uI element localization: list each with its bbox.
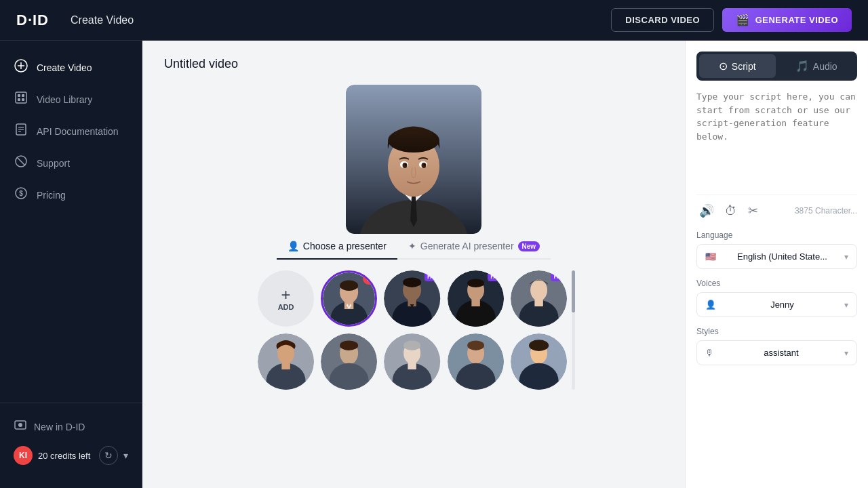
new-in-did-icon — [14, 418, 27, 435]
grid-scrollbar-thumb[interactable] — [572, 270, 575, 312]
sidebar-item-pricing[interactable]: $ Pricing — [0, 179, 142, 211]
svg-line-13 — [17, 157, 25, 165]
tab-generate-ai[interactable]: ✦ Generate AI presenter New — [397, 234, 551, 260]
presenter-card-5[interactable] — [258, 333, 314, 390]
add-presenter-card[interactable]: + ADD — [258, 270, 314, 327]
right-panel: ⊙ Script 🎵 Audio 🔊 ⏱ ✂ 3875 Character... — [685, 41, 868, 488]
svg-point-17 — [18, 423, 22, 427]
voices-select[interactable]: 👤 Jenny ▾ — [696, 292, 857, 317]
flag-icon: 🇺🇸 — [705, 251, 716, 262]
clock-tool-button[interactable]: ⏱ — [722, 201, 740, 221]
svg-point-33 — [340, 281, 358, 291]
volume-tool-button[interactable]: 🔊 — [696, 201, 717, 221]
presenter-grid-wrapper: + ADD ✕ HQ — [258, 270, 570, 390]
presenter-card-2[interactable]: HQ — [384, 270, 440, 327]
video-library-icon — [14, 91, 28, 108]
char-count: 3875 Character... — [795, 206, 857, 216]
add-label: ADD — [278, 303, 294, 311]
video-title[interactable]: Untitled video — [164, 57, 663, 71]
tab-audio[interactable]: 🎵 Audio — [778, 54, 855, 78]
sidebar-label-api-docs: API Documentation — [37, 126, 119, 137]
logo: D·ID — [16, 12, 49, 29]
generate-video-button[interactable]: 🎬 GENERATE VIDEO — [722, 8, 852, 32]
presenter-canvas-wrapper: 👤 Choose a presenter ✦ Generate AI prese… — [164, 85, 663, 390]
styles-label: Styles — [696, 327, 857, 336]
svg-point-71 — [529, 340, 549, 352]
sidebar-label-support: Support — [37, 158, 70, 169]
script-toolbar: 🔊 ⏱ ✂ 3875 Character... — [696, 195, 857, 221]
sidebar-nav: Create Video Video Library API Documenta… — [0, 52, 142, 403]
script-icon: ⊙ — [719, 60, 728, 73]
sidebar-item-create-video[interactable]: Create Video — [0, 52, 142, 83]
topbar-actions: DISCARD VIDEO 🎬 GENERATE VIDEO — [611, 8, 852, 32]
page-title: Create Video — [71, 14, 134, 26]
credits-row: KI 20 credits left ↻ ▾ — [14, 442, 128, 469]
generate-icon: 🎬 — [736, 14, 750, 26]
hq-badge-2: HQ — [425, 272, 439, 281]
tab-script[interactable]: ⊙ Script — [699, 54, 776, 78]
hq-badge-3: HQ — [488, 272, 502, 281]
logo-text: D·ID — [16, 12, 49, 29]
svg-rect-51 — [534, 300, 542, 306]
presenter-card-7[interactable] — [384, 333, 440, 390]
svg-point-62 — [404, 341, 421, 351]
presenter-card-9[interactable] — [511, 333, 567, 390]
svg-point-67 — [467, 341, 484, 351]
sidebar-bottom: New in D-ID KI 20 credits left ↻ ▾ — [0, 403, 142, 477]
svg-point-45 — [467, 279, 484, 287]
close-presenter-icon[interactable]: ✕ — [363, 272, 375, 285]
svg-rect-5 — [22, 94, 24, 97]
styles-icon: 🎙 — [705, 348, 714, 358]
script-audio-tabs: ⊙ Script 🎵 Audio — [696, 52, 857, 81]
styles-chevron-icon: ▾ — [844, 348, 848, 358]
add-icon: + — [281, 287, 291, 303]
language-select[interactable]: 🇺🇸 English (United State... ▾ — [696, 244, 857, 269]
styles-field-group: Styles 🎙 assistant ▾ — [696, 327, 857, 365]
language-field-group: Language 🇺🇸 English (United State... ▾ — [696, 230, 857, 269]
svg-point-29 — [405, 164, 407, 166]
svg-point-39 — [403, 277, 421, 287]
script-textarea[interactable] — [696, 90, 857, 185]
voice-icon: 👤 — [705, 300, 716, 310]
presenter-card-6[interactable] — [321, 333, 377, 390]
svg-text:$: $ — [19, 190, 23, 197]
sidebar-item-video-library[interactable]: Video Library — [0, 83, 142, 115]
presenter-card-1[interactable]: ✕ — [321, 270, 377, 327]
canvas-area: Untitled video — [142, 41, 685, 488]
generate-label: GENERATE VIDEO — [755, 15, 838, 25]
presenter-card-4[interactable]: HQ — [511, 270, 567, 327]
hq-badge-4: HQ — [551, 272, 566, 281]
new-in-did-label: New in D-ID — [34, 422, 85, 432]
credits-chevron-icon: ▾ — [123, 450, 128, 461]
grid-scrollbar[interactable] — [572, 270, 575, 390]
sidebar: Create Video Video Library API Documenta… — [0, 41, 142, 488]
presenter-grid: + ADD ✕ HQ — [258, 270, 570, 390]
create-video-icon — [14, 59, 28, 76]
tab-choose-presenter[interactable]: 👤 Choose a presenter — [277, 234, 397, 260]
presenter-card-3[interactable]: HQ — [448, 270, 504, 327]
voice-value: Jenny — [770, 300, 794, 310]
scissors-tool-button[interactable]: ✂ — [745, 201, 761, 221]
sidebar-item-api-docs[interactable]: API Documentation — [0, 115, 142, 147]
styles-select[interactable]: 🎙 assistant ▾ — [696, 340, 857, 365]
topbar-left: D·ID Create Video — [16, 12, 134, 29]
sidebar-item-new-in-did[interactable]: New in D-ID — [14, 411, 128, 442]
sidebar-label-pricing: Pricing — [37, 190, 66, 201]
voices-chevron-icon: ▾ — [844, 300, 848, 310]
language-chevron-icon: ▾ — [844, 252, 848, 262]
refresh-button[interactable]: ↻ — [99, 446, 118, 465]
voices-label: Voices — [696, 279, 857, 288]
sidebar-item-support[interactable]: Support — [0, 147, 142, 179]
svg-point-49 — [530, 280, 547, 301]
discard-video-button[interactable]: DISCARD VIDEO — [611, 8, 714, 32]
pricing-icon: $ — [14, 186, 28, 203]
video-editor: Untitled video — [142, 41, 868, 488]
svg-rect-4 — [18, 94, 20, 97]
presenter-card-8[interactable] — [448, 333, 504, 390]
svg-rect-7 — [22, 98, 24, 101]
topbar: D·ID Create Video DISCARD VIDEO 🎬 GENERA… — [0, 0, 868, 41]
svg-rect-47 — [471, 300, 479, 306]
content-area: Untitled video — [142, 41, 868, 488]
presenter-tabs: 👤 Choose a presenter ✦ Generate AI prese… — [277, 234, 551, 260]
new-badge: New — [518, 241, 540, 251]
